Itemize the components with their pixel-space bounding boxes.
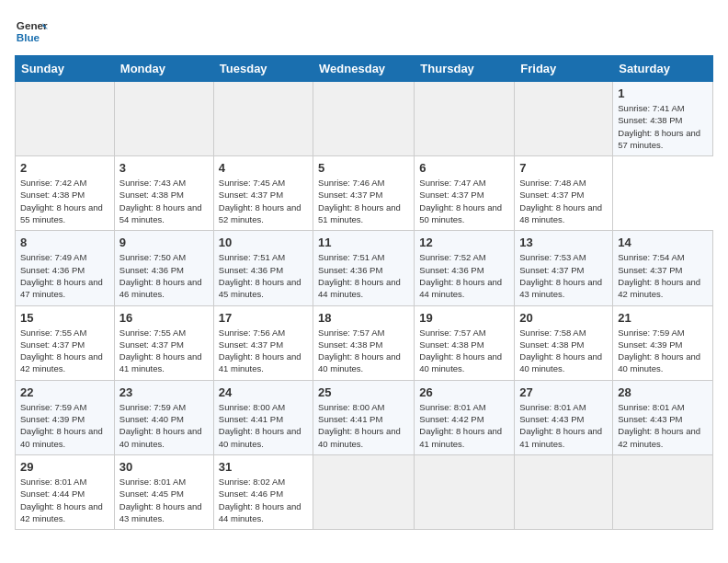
weekday-header-thursday: Thursday bbox=[415, 56, 515, 82]
day-cell-29: 29Sunrise: 8:01 AMSunset: 4:44 PMDayligh… bbox=[16, 454, 115, 529]
day-cell-14: 14Sunrise: 7:54 AMSunset: 4:37 PMDayligh… bbox=[613, 231, 713, 305]
empty-cell bbox=[313, 454, 415, 529]
weekday-header-monday: Monday bbox=[114, 56, 213, 82]
day-cell-18: 18Sunrise: 7:57 AMSunset: 4:38 PMDayligh… bbox=[313, 305, 415, 380]
day-cell-22: 22Sunrise: 7:59 AMSunset: 4:39 PMDayligh… bbox=[16, 380, 115, 454]
day-cell-5: 5Sunrise: 7:46 AMSunset: 4:37 PMDaylight… bbox=[313, 156, 415, 231]
day-cell-3: 3Sunrise: 7:43 AMSunset: 4:38 PMDaylight… bbox=[114, 156, 213, 231]
day-cell-1: 1Sunrise: 7:41 AMSunset: 4:38 PMDaylight… bbox=[613, 82, 713, 156]
empty-cell bbox=[114, 82, 213, 156]
day-cell-30: 30Sunrise: 8:01 AMSunset: 4:45 PMDayligh… bbox=[114, 454, 213, 529]
day-cell-8: 8Sunrise: 7:49 AMSunset: 4:36 PMDaylight… bbox=[16, 231, 115, 305]
calendar-week-2: 2Sunrise: 7:42 AMSunset: 4:38 PMDaylight… bbox=[16, 156, 713, 231]
calendar-week-3: 8Sunrise: 7:49 AMSunset: 4:36 PMDaylight… bbox=[16, 231, 713, 305]
day-cell-15: 15Sunrise: 7:55 AMSunset: 4:37 PMDayligh… bbox=[16, 305, 115, 380]
day-cell-31: 31Sunrise: 8:02 AMSunset: 4:46 PMDayligh… bbox=[213, 454, 313, 529]
day-cell-6: 6Sunrise: 7:47 AMSunset: 4:37 PMDaylight… bbox=[415, 156, 515, 231]
empty-cell bbox=[313, 82, 415, 156]
day-cell-26: 26Sunrise: 8:01 AMSunset: 4:42 PMDayligh… bbox=[415, 380, 515, 454]
day-cell-28: 28Sunrise: 8:01 AMSunset: 4:43 PMDayligh… bbox=[613, 380, 713, 454]
day-cell-9: 9Sunrise: 7:50 AMSunset: 4:36 PMDaylight… bbox=[114, 231, 213, 305]
calendar-week-4: 15Sunrise: 7:55 AMSunset: 4:37 PMDayligh… bbox=[16, 305, 713, 380]
empty-cell bbox=[213, 82, 313, 156]
day-cell-19: 19Sunrise: 7:57 AMSunset: 4:38 PMDayligh… bbox=[415, 305, 515, 380]
day-cell-20: 20Sunrise: 7:58 AMSunset: 4:38 PMDayligh… bbox=[515, 305, 613, 380]
day-cell-2: 2Sunrise: 7:42 AMSunset: 4:38 PMDaylight… bbox=[16, 156, 115, 231]
day-cell-13: 13Sunrise: 7:53 AMSunset: 4:37 PMDayligh… bbox=[515, 231, 613, 305]
calendar-week-6: 29Sunrise: 8:01 AMSunset: 4:44 PMDayligh… bbox=[16, 454, 713, 529]
day-cell-17: 17Sunrise: 7:56 AMSunset: 4:37 PMDayligh… bbox=[213, 305, 313, 380]
day-cell-4: 4Sunrise: 7:45 AMSunset: 4:37 PMDaylight… bbox=[213, 156, 313, 231]
empty-cell bbox=[515, 454, 613, 529]
day-cell-12: 12Sunrise: 7:52 AMSunset: 4:36 PMDayligh… bbox=[415, 231, 515, 305]
calendar-week-5: 22Sunrise: 7:59 AMSunset: 4:39 PMDayligh… bbox=[16, 380, 713, 454]
day-cell-21: 21Sunrise: 7:59 AMSunset: 4:39 PMDayligh… bbox=[613, 305, 713, 380]
logo: General Blue bbox=[15, 15, 48, 48]
day-cell-7: 7Sunrise: 7:48 AMSunset: 4:37 PMDaylight… bbox=[515, 156, 613, 231]
day-cell-16: 16Sunrise: 7:55 AMSunset: 4:37 PMDayligh… bbox=[114, 305, 213, 380]
empty-cell bbox=[613, 454, 713, 529]
day-cell-10: 10Sunrise: 7:51 AMSunset: 4:36 PMDayligh… bbox=[213, 231, 313, 305]
empty-cell bbox=[16, 82, 115, 156]
day-cell-27: 27Sunrise: 8:01 AMSunset: 4:43 PMDayligh… bbox=[515, 380, 613, 454]
weekday-header-friday: Friday bbox=[515, 56, 613, 82]
day-cell-11: 11Sunrise: 7:51 AMSunset: 4:36 PMDayligh… bbox=[313, 231, 415, 305]
day-cell-23: 23Sunrise: 7:59 AMSunset: 4:40 PMDayligh… bbox=[114, 380, 213, 454]
svg-text:Blue: Blue bbox=[17, 31, 40, 43]
empty-cell bbox=[515, 82, 613, 156]
empty-cell bbox=[415, 454, 515, 529]
day-cell-25: 25Sunrise: 8:00 AMSunset: 4:41 PMDayligh… bbox=[313, 380, 415, 454]
calendar-table: SundayMondayTuesdayWednesdayThursdayFrid… bbox=[15, 55, 713, 530]
weekday-header-tuesday: Tuesday bbox=[213, 56, 313, 82]
day-cell-24: 24Sunrise: 8:00 AMSunset: 4:41 PMDayligh… bbox=[213, 380, 313, 454]
page-header: General Blue bbox=[15, 15, 713, 48]
logo-icon: General Blue bbox=[15, 15, 48, 48]
calendar-week-1: 1Sunrise: 7:41 AMSunset: 4:38 PMDaylight… bbox=[16, 82, 713, 156]
weekday-header-sunday: Sunday bbox=[16, 56, 115, 82]
weekday-header-saturday: Saturday bbox=[613, 56, 713, 82]
empty-cell bbox=[415, 82, 515, 156]
weekday-header-wednesday: Wednesday bbox=[313, 56, 415, 82]
